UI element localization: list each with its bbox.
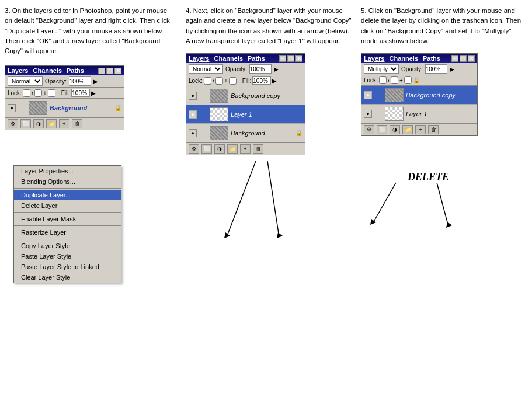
- eye-icon-2b[interactable]: ●: [189, 110, 197, 119]
- layer-row-layer1-2[interactable]: ● Layer 1: [186, 105, 305, 124]
- tab-paths-2[interactable]: Paths: [248, 55, 265, 62]
- ctx-enable-mask[interactable]: Enable Layer Mask: [14, 214, 121, 224]
- lock-label-3: Lock:: [364, 77, 378, 83]
- toolbar-icon-3-6[interactable]: 🗑: [428, 125, 439, 134]
- ctx-delete-layer[interactable]: Delete Layer: [14, 200, 121, 211]
- eye-icon-2a[interactable]: ●: [189, 92, 197, 100]
- context-menu-1: Layer Properties... Blending Options... …: [13, 165, 121, 283]
- toolbar-icon-5[interactable]: +: [59, 119, 69, 128]
- opacity-input-2[interactable]: [249, 64, 272, 74]
- toolbar-icon-3-4[interactable]: 📁: [402, 125, 413, 134]
- fill-input-2[interactable]: [252, 76, 271, 85]
- ctx-copy-style[interactable]: Copy Layer Style: [14, 241, 121, 251]
- eye-icon-1[interactable]: ●: [8, 104, 16, 112]
- lock-bar-3: Lock: 𝚤 + 🔒: [361, 75, 477, 86]
- toolbar-icon-3[interactable]: ◑: [33, 119, 44, 128]
- ctx-rasterize[interactable]: Rasterize Layer: [14, 227, 121, 238]
- toolbar-icon-2-3[interactable]: ◑: [214, 144, 225, 154]
- lock-check-2b[interactable]: [215, 77, 223, 85]
- layer-row-bgcopy-3[interactable]: ● Background copy: [361, 86, 477, 105]
- close-btn-1[interactable]: ✕: [114, 68, 121, 74]
- panel-2-title-bar: Layers Channels Paths ─ □ ✕: [186, 54, 305, 63]
- opacity-arrow-2[interactable]: ▶: [274, 66, 279, 72]
- step-5-column: 5. Click on "Background" layer with your…: [356, 0, 532, 404]
- eye-icon-3a[interactable]: ●: [364, 91, 372, 99]
- maximize-btn-2[interactable]: □: [287, 55, 294, 62]
- toolbar-icon-2-1[interactable]: ⚙: [189, 144, 199, 154]
- fill-arrow-1[interactable]: ▶: [91, 90, 96, 96]
- toolbar-icon-3-3[interactable]: ◑: [390, 125, 400, 134]
- layer-row-bgcopy-2[interactable]: ● Background copy: [186, 86, 305, 105]
- opacity-arrow-3[interactable]: ▶: [450, 66, 454, 72]
- toolbar-icon-2-4[interactable]: 📁: [227, 144, 238, 154]
- opacity-input-1[interactable]: [69, 76, 91, 86]
- svg-line-0: [227, 161, 256, 237]
- lock-check-3[interactable]: [48, 89, 55, 97]
- close-btn-2[interactable]: ✕: [295, 55, 302, 62]
- ctx-layer-properties[interactable]: Layer Properties...: [14, 166, 121, 176]
- toolbar-icon-3-1[interactable]: ⚙: [364, 125, 374, 134]
- options-bar-3: Multiply Normal Opacity: ▶: [361, 63, 477, 75]
- toolbar-icon-2-6[interactable]: 🗑: [253, 144, 263, 154]
- fill-arrow-2[interactable]: ▶: [272, 78, 277, 84]
- ctx-sep-4: [14, 239, 121, 239]
- arrows-area-3: DELETE: [361, 136, 478, 264]
- ctx-paste-style[interactable]: Paste Layer Style: [14, 251, 121, 262]
- lock-icon-bg-1: 🔒: [114, 105, 121, 111]
- minimize-btn-3[interactable]: ─: [451, 55, 458, 62]
- lock-check-2a[interactable]: [204, 77, 211, 85]
- tab-layers-1[interactable]: Layers: [8, 67, 28, 74]
- toolbar-icon-3-2[interactable]: ⬜: [377, 125, 387, 134]
- opacity-label-2: Opacity:: [225, 66, 247, 72]
- toolbar-icon-6[interactable]: 🗑: [72, 119, 82, 128]
- toolbar-icon-2[interactable]: ⬜: [20, 119, 31, 128]
- tab-channels-2[interactable]: Channels: [214, 55, 243, 62]
- lock-check-3c[interactable]: [404, 76, 412, 84]
- blend-mode-select-3[interactable]: Multiply Normal: [364, 64, 399, 74]
- opacity-input-3[interactable]: [425, 64, 447, 74]
- opacity-arrow-1[interactable]: ▶: [93, 78, 98, 85]
- brush-icon-2c: [199, 129, 207, 137]
- eye-icon-3b[interactable]: ●: [364, 110, 372, 118]
- maximize-btn-3[interactable]: □: [460, 55, 467, 62]
- tab-channels-3[interactable]: Channels: [389, 55, 418, 62]
- tab-paths-3[interactable]: Paths: [423, 55, 440, 62]
- lock-check-2c[interactable]: [229, 77, 237, 85]
- maximize-btn-1[interactable]: □: [106, 68, 113, 74]
- layer-name-bgcopy-2: Background copy: [231, 92, 280, 99]
- layer-row-bg-2[interactable]: ● Background 🔒: [186, 124, 305, 142]
- photoshop-panel-3: Layers Channels Paths ─ □ ✕ Multiply Nor…: [361, 53, 478, 136]
- toolbar-icon-3-5[interactable]: +: [415, 125, 426, 134]
- fill-input-1[interactable]: [71, 89, 90, 97]
- toolbar-icon-4[interactable]: 📁: [46, 119, 57, 128]
- minimize-btn-1[interactable]: ─: [98, 68, 105, 74]
- panel-2-wrapper: Layers Channels Paths ─ □ ✕ Normal Opaci…: [186, 53, 305, 272]
- blend-mode-select-1[interactable]: Normal Multiply: [8, 76, 43, 86]
- tab-layers-2[interactable]: Layers: [189, 55, 209, 62]
- tab-layers-3[interactable]: Layers: [364, 55, 384, 62]
- lock-check-3b[interactable]: [391, 76, 398, 84]
- eye-icon-2c[interactable]: ●: [189, 129, 197, 137]
- panel-3-title-bar: Layers Channels Paths ─ □ ✕: [361, 54, 477, 63]
- ctx-duplicate-layer[interactable]: Duplicate Layer...: [14, 190, 121, 200]
- toolbar-icon-2-5[interactable]: +: [240, 144, 251, 154]
- blend-mode-select-2[interactable]: Normal: [189, 64, 223, 74]
- close-btn-3[interactable]: ✕: [468, 55, 475, 62]
- lock-check-1[interactable]: [23, 89, 30, 97]
- lock-check-3a[interactable]: [379, 76, 387, 84]
- tab-channels-1[interactable]: Channels: [33, 67, 62, 74]
- ctx-paste-style-linked[interactable]: Paste Layer Style to Linked: [14, 262, 121, 272]
- step-4-column: 4. Next, click on "Background" layer wit…: [181, 0, 356, 404]
- toolbar-icon-2-2[interactable]: ⬜: [201, 144, 212, 154]
- tab-paths-1[interactable]: Paths: [67, 67, 84, 74]
- layer-name-bgcopy-3: Background copy: [406, 92, 455, 99]
- ctx-blending-options[interactable]: Blending Options...: [14, 176, 121, 187]
- bottom-bar-3: ⚙ ⬜ ◑ 📁 + 🗑: [361, 123, 477, 135]
- layer-row-background-1[interactable]: ● Background 🔒: [5, 99, 124, 117]
- layer-row-layer1-3[interactable]: ● Layer 1: [361, 105, 477, 123]
- brush-icon-2b: [199, 110, 207, 119]
- toolbar-icon-1[interactable]: ⚙: [8, 119, 18, 128]
- lock-check-2[interactable]: [34, 89, 42, 97]
- minimize-btn-2[interactable]: ─: [279, 55, 286, 62]
- ctx-clear-style[interactable]: Clear Layer Style: [14, 272, 121, 283]
